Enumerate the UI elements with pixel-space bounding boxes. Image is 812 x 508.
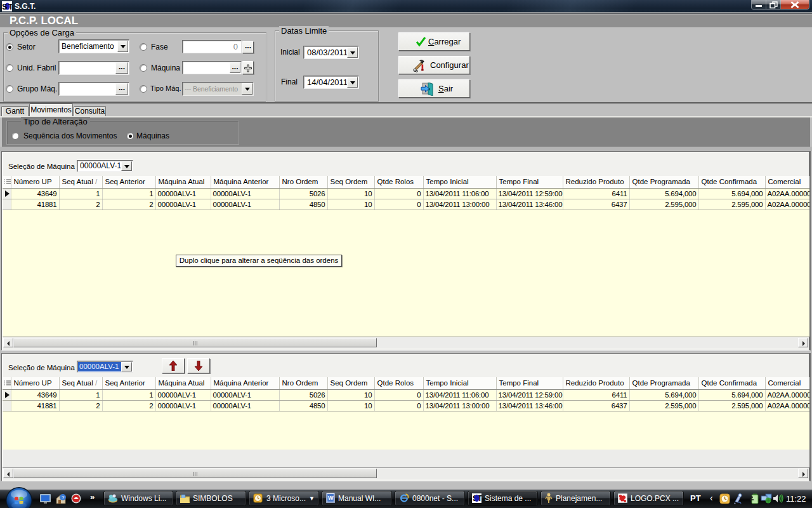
svg-text:?: ? <box>62 495 65 500</box>
svg-text:T: T <box>8 2 12 11</box>
svg-text:W: W <box>328 495 334 501</box>
svg-text:S: S <box>2 2 8 11</box>
